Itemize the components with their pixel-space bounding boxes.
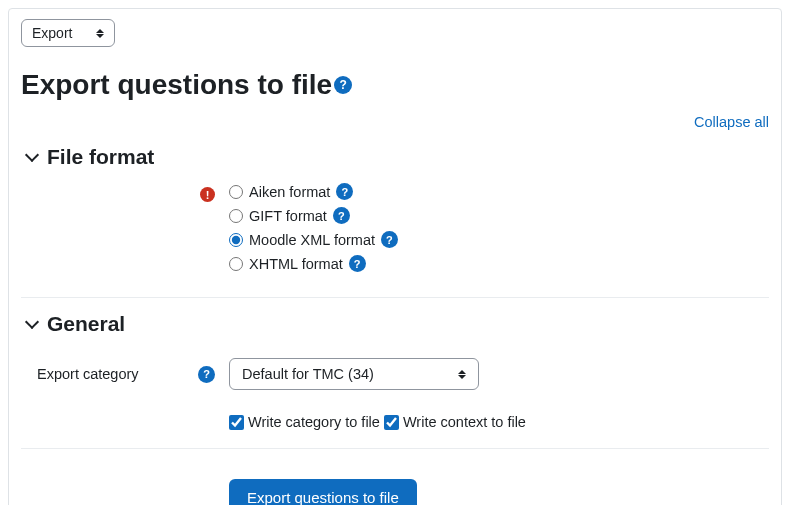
radio-option: Moodle XML format ? bbox=[229, 231, 769, 248]
help-icon[interactable]: ? bbox=[349, 255, 366, 272]
collapse-all-link[interactable]: Collapse all bbox=[694, 114, 769, 130]
export-category-label: Export category bbox=[37, 366, 139, 382]
write-category-checkbox[interactable] bbox=[229, 415, 244, 430]
radio-option: GIFT format ? bbox=[229, 207, 769, 224]
divider bbox=[21, 448, 769, 449]
write-context-label[interactable]: Write context to file bbox=[403, 414, 526, 430]
export-panel: Export Export questions to file ? Collap… bbox=[8, 8, 782, 505]
page-title: Export questions to file ? bbox=[21, 69, 769, 101]
radio-label[interactable]: Aiken format bbox=[249, 184, 330, 200]
file-format-options: Aiken format ? GIFT format ? Moodle XML … bbox=[229, 183, 769, 279]
help-icon[interactable]: ? bbox=[333, 207, 350, 224]
radio-option: XHTML format ? bbox=[229, 255, 769, 272]
chevron-down-icon bbox=[25, 315, 39, 329]
help-icon[interactable]: ? bbox=[336, 183, 353, 200]
radio-option: Aiken format ? bbox=[229, 183, 769, 200]
help-icon[interactable]: ? bbox=[198, 366, 215, 383]
radio-label[interactable]: GIFT format bbox=[249, 208, 327, 224]
export-button[interactable]: Export questions to file bbox=[229, 479, 417, 505]
section-general: General Export category ? Default for TM… bbox=[21, 312, 769, 505]
section-file-format: File format ! Aiken format ? GIFT format… bbox=[21, 145, 769, 279]
export-category-row: Export category ? Default for TMC (34) bbox=[21, 358, 769, 390]
help-icon[interactable]: ? bbox=[334, 76, 352, 94]
radio-xhtml[interactable] bbox=[229, 257, 243, 271]
section-header-file-format[interactable]: File format bbox=[21, 145, 769, 169]
write-category-label[interactable]: Write category to file bbox=[248, 414, 380, 430]
checkbox-row: Write category to file Write context to … bbox=[21, 414, 769, 430]
divider bbox=[21, 297, 769, 298]
file-format-row: ! Aiken format ? GIFT format ? Moodle XM… bbox=[21, 183, 769, 279]
chevron-down-icon bbox=[25, 148, 39, 162]
radio-aiken[interactable] bbox=[229, 185, 243, 199]
radio-label[interactable]: Moodle XML format bbox=[249, 232, 375, 248]
action-select[interactable]: Export bbox=[21, 19, 115, 47]
export-category-input-col: Default for TMC (34) bbox=[229, 358, 769, 390]
sort-icon bbox=[458, 370, 466, 379]
radio-label[interactable]: XHTML format bbox=[249, 256, 343, 272]
category-select-value: Default for TMC (34) bbox=[242, 366, 374, 382]
action-select-value: Export bbox=[32, 25, 72, 41]
required-icon: ! bbox=[200, 187, 215, 202]
help-icon[interactable]: ? bbox=[381, 231, 398, 248]
export-category-label-col: Export category ? bbox=[37, 366, 229, 383]
radio-moodle-xml[interactable] bbox=[229, 233, 243, 247]
write-context-checkbox[interactable] bbox=[384, 415, 399, 430]
radio-gift[interactable] bbox=[229, 209, 243, 223]
section-header-general[interactable]: General bbox=[21, 312, 769, 336]
section-title-text: File format bbox=[47, 145, 154, 169]
export-category-select[interactable]: Default for TMC (34) bbox=[229, 358, 479, 390]
page-title-text: Export questions to file bbox=[21, 69, 332, 101]
sort-icon bbox=[96, 29, 104, 38]
submit-row: Export questions to file bbox=[21, 479, 769, 505]
section-title-text: General bbox=[47, 312, 125, 336]
file-format-label-col: ! bbox=[37, 183, 229, 202]
